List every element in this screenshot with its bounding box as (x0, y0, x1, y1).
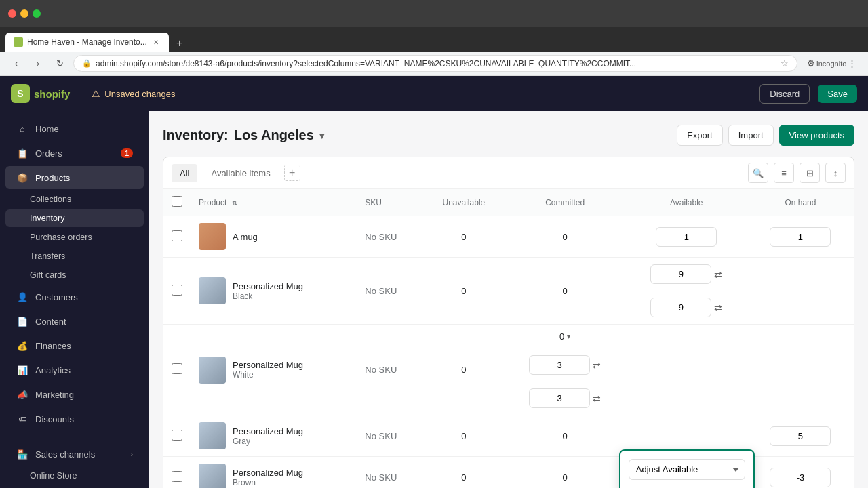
bookmark-icon[interactable]: ☆ (781, 58, 789, 68)
committed-cell: 0 (505, 457, 626, 489)
new-tab-button[interactable]: + (172, 35, 188, 52)
page-header: Inventory: Los Angeles ▾ Export Import V… (163, 125, 854, 146)
on-hand-input[interactable] (529, 388, 590, 408)
import-button[interactable]: Import (728, 125, 774, 146)
tab-available-items[interactable]: Available items (203, 164, 278, 182)
unavailable-cell: 0 (423, 457, 504, 489)
save-button[interactable]: Save (818, 85, 857, 103)
app-container: S shopify ⚠ Unsaved changes Discard Save… (0, 76, 868, 488)
location-dropdown-icon[interactable]: ▾ (319, 130, 324, 141)
export-button[interactable]: Export (677, 125, 723, 146)
inventory-title-text: Inventory: (163, 127, 229, 143)
address-bar[interactable]: 🔒 admin.shopify.com/store/de8143-a6/prod… (73, 55, 797, 72)
mug-image (199, 277, 226, 304)
sidebar-item-home[interactable]: ⌂ Home (5, 117, 144, 140)
row-checkbox[interactable] (172, 471, 182, 482)
tab-favicon (14, 37, 23, 47)
row-checkbox[interactable] (172, 430, 182, 441)
available-input[interactable] (656, 227, 717, 247)
col-product: Product ⇅ (191, 189, 357, 216)
product-name: Personalized Mug (233, 426, 303, 436)
adjust-on-hand-icon[interactable]: ⇄ (714, 302, 722, 313)
sidebar-item-sales-channels[interactable]: 🏪 Sales channels › (5, 443, 144, 466)
sidebar-item-inventory[interactable]: Inventory (5, 209, 144, 227)
sidebar-item-purchase-orders[interactable]: Purchase orders (5, 228, 144, 246)
unsaved-text: Unsaved changes (104, 89, 175, 99)
adjust-available-icon[interactable]: ⇄ (714, 269, 722, 280)
sku-cell: No SKU (357, 457, 423, 489)
warning-icon: ⚠ (92, 88, 100, 99)
product-variant: Black (233, 291, 303, 301)
filter-toolbar-btn[interactable]: ≡ (774, 163, 794, 183)
browser-action-buttons: ⚙ Incognito ⋮ (803, 56, 860, 72)
on-hand-input[interactable] (770, 468, 831, 487)
add-filter-button[interactable]: + (284, 165, 300, 181)
close-window-btn[interactable] (8, 9, 16, 18)
table-toolbar: All Available items + 🔍 ≡ ⊞ ↕ (163, 157, 854, 189)
available-input[interactable] (650, 264, 711, 284)
active-browser-tab[interactable]: Home Haven - Manage Invento... ✕ (5, 33, 169, 52)
inventory-table-container: All Available items + 🔍 ≡ ⊞ ↕ Product (163, 157, 854, 488)
mug-image (199, 223, 226, 250)
reload-btn[interactable]: ↻ (52, 56, 68, 72)
sidebar-label-online-store: Online Store (30, 471, 133, 481)
available-cell (626, 216, 747, 258)
view-products-button[interactable]: View products (779, 125, 854, 146)
sidebar-label-content: Content (35, 317, 133, 327)
tab-all[interactable]: All (172, 164, 197, 182)
product-thumbnail (199, 277, 226, 304)
sidebar-item-finances[interactable]: 💰 Finances (5, 334, 144, 357)
sidebar-item-analytics[interactable]: 📊 Analytics (5, 359, 144, 382)
sidebar-label-gift-cards: Gift cards (30, 270, 133, 280)
row-checkbox[interactable] (172, 230, 182, 241)
columns-toolbar-btn[interactable]: ⊞ (800, 163, 820, 183)
sidebar-item-gift-cards[interactable]: Gift cards (5, 266, 144, 284)
sidebar-item-discounts[interactable]: 🏷 Discounts (5, 407, 144, 430)
adjust-on-hand-icon[interactable]: ⇄ (593, 393, 601, 404)
committed-cell: 0 ▾ (505, 325, 626, 348)
content-icon: 📄 (16, 315, 28, 327)
sidebar-item-orders[interactable]: 📋 Orders 1 (5, 142, 144, 165)
product-info: Personalized Mug Brown (233, 468, 303, 487)
menu-btn[interactable]: ⋮ (844, 56, 860, 72)
lock-icon: 🔒 (82, 59, 92, 68)
finances-icon: 💰 (16, 340, 28, 352)
minimize-window-btn[interactable] (20, 9, 28, 18)
col-on-hand: On hand (747, 189, 854, 216)
sidebar-item-content[interactable]: 📄 Content (5, 310, 144, 333)
sort-product-icon[interactable]: ⇅ (232, 199, 237, 207)
on-hand-input[interactable] (650, 298, 711, 317)
product-cell: Personalized Mug White (199, 357, 349, 384)
row-checkbox[interactable] (172, 363, 182, 374)
sidebar-item-collections[interactable]: Collections (5, 190, 144, 208)
sidebar-label-sales-channels: Sales channels (35, 449, 124, 460)
maximize-window-btn[interactable] (33, 9, 41, 18)
forward-btn[interactable]: › (30, 56, 46, 72)
adjust-type-select[interactable]: Adjust Available Set Available (629, 459, 745, 480)
sidebar-item-marketing[interactable]: 📣 Marketing (5, 383, 144, 406)
on-hand-cell: ⇄ (626, 291, 747, 324)
close-tab-btn[interactable]: ✕ (151, 37, 161, 47)
sidebar: ⌂ Home 📋 Orders 1 📦 Products Collections… (0, 111, 149, 488)
available-input[interactable] (529, 355, 590, 375)
search-toolbar-btn[interactable]: 🔍 (748, 163, 768, 183)
sidebar-item-products[interactable]: 📦 Products (5, 166, 144, 189)
table-row: Personalized Mug Gray No SKU 0 0 (163, 415, 854, 457)
product-name: Personalized Mug (233, 281, 303, 291)
sidebar-label-transfers: Transfers (30, 251, 133, 261)
products-icon: 📦 (16, 171, 28, 184)
product-info: Personalized Mug Gray (233, 426, 303, 446)
row-checkbox[interactable] (172, 285, 182, 296)
back-btn[interactable]: ‹ (8, 56, 24, 72)
sidebar-item-online-store[interactable]: Online Store (5, 467, 144, 485)
sort-toolbar-btn[interactable]: ↕ (825, 163, 846, 183)
sidebar-item-customers[interactable]: 👤 Customers (5, 285, 144, 308)
committed-dropdown[interactable]: 0 ▾ (559, 331, 570, 342)
sidebar-item-transfers[interactable]: Transfers (5, 247, 144, 265)
incognito-btn[interactable]: Incognito (823, 56, 840, 72)
select-all-checkbox[interactable] (172, 196, 182, 207)
discard-button[interactable]: Discard (760, 84, 810, 104)
on-hand-input[interactable] (770, 227, 831, 247)
adjust-available-icon[interactable]: ⇄ (593, 360, 601, 371)
on-hand-input[interactable] (770, 426, 831, 446)
